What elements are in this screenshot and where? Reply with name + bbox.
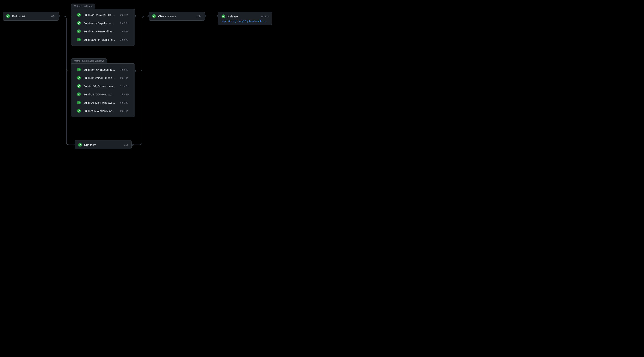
job-duration: 1m 54s bbox=[120, 30, 130, 33]
job-label: Build (AMD64-window... bbox=[84, 93, 119, 96]
success-icon bbox=[77, 109, 81, 113]
job-label: Build (arm64-macos-lat... bbox=[84, 68, 119, 71]
success-icon bbox=[77, 101, 81, 104]
success-icon bbox=[77, 84, 81, 88]
workflow-graph: Build sdist 47s Matrix: build-linux Buil… bbox=[0, 0, 275, 153]
job-label: Build (x86-windows-lat... bbox=[84, 109, 119, 113]
job-row[interactable]: Build (armv7-neon-linu... 1m 54s bbox=[72, 27, 135, 36]
success-icon bbox=[77, 13, 81, 17]
job-duration: 47s bbox=[51, 15, 55, 18]
success-icon bbox=[78, 143, 82, 147]
job-duration: 6m 44s bbox=[120, 77, 130, 79]
job-row[interactable]: Build (x86_64-bionic-lin... 1m 57s bbox=[72, 36, 135, 44]
job-duration: 21s bbox=[124, 143, 128, 146]
success-icon bbox=[77, 38, 81, 42]
job-row[interactable]: Build (AMD64-window... 14m 32s bbox=[72, 90, 135, 98]
matrix-body: Build (aarch64-rpi3-linu... 2m 12s Build… bbox=[72, 9, 135, 46]
job-label: Build (universal2-maco... bbox=[84, 76, 119, 80]
success-icon bbox=[152, 14, 156, 18]
job-label: Release bbox=[228, 15, 261, 18]
success-icon bbox=[77, 68, 81, 72]
matrix-build-macos-windows[interactable]: Matrix: build-macos-windows Build (arm64… bbox=[71, 63, 135, 117]
svg-point-9 bbox=[132, 144, 134, 146]
job-duration: 9m 25s bbox=[120, 101, 130, 104]
job-duration: 2m 12s bbox=[120, 14, 130, 16]
job-label: Build (armv6-rpi-linux-... bbox=[84, 22, 119, 25]
success-icon bbox=[77, 76, 81, 80]
job-duration: 11m 7s bbox=[120, 85, 130, 88]
job-label: Build (x86_64-macos-la... bbox=[84, 85, 119, 88]
success-icon bbox=[77, 21, 81, 25]
job-duration: 24s bbox=[197, 15, 201, 18]
job-check-release[interactable]: Check release 24s bbox=[149, 12, 205, 21]
job-label: Run tests bbox=[84, 143, 122, 146]
job-row[interactable]: Build (x86_64-macos-la... 11m 7s bbox=[72, 82, 135, 90]
job-label: Build sdist bbox=[12, 15, 49, 18]
job-duration: 1m 57s bbox=[120, 38, 130, 41]
job-row[interactable]: Build (aarch64-rpi3-linu... 2m 12s bbox=[72, 11, 135, 19]
release-link[interactable]: https://test.pypi.org/p/py-build-cmake-.… bbox=[222, 20, 269, 23]
matrix-body: Build (arm64-macos-lat... 7m 59s Build (… bbox=[72, 64, 135, 117]
job-duration: 14m 32s bbox=[120, 93, 130, 96]
job-run-tests[interactable]: Run tests 21s bbox=[74, 140, 132, 149]
job-duration: 7m 59s bbox=[120, 68, 130, 71]
matrix-tab: Matrix: build-linux bbox=[71, 4, 95, 9]
success-icon bbox=[222, 15, 225, 18]
success-icon bbox=[77, 30, 81, 33]
job-row[interactable]: Build (ARM64-windows... 9m 25s bbox=[72, 98, 135, 107]
job-label: Build (armv7-neon-linu... bbox=[84, 30, 119, 33]
job-build-sdist[interactable]: Build sdist 47s bbox=[2, 12, 59, 21]
success-icon bbox=[6, 14, 10, 18]
job-row[interactable]: Build (arm64-macos-lat... 7m 59s bbox=[72, 66, 135, 74]
job-row[interactable]: Build (x86-windows-lat... 8m 48s bbox=[72, 107, 135, 115]
job-duration: 8m 48s bbox=[120, 110, 130, 112]
success-icon bbox=[77, 92, 81, 96]
job-duration: 2m 20s bbox=[120, 22, 130, 25]
job-label: Build (ARM64-windows... bbox=[84, 101, 119, 104]
job-label: Build (aarch64-rpi3-linu... bbox=[84, 13, 119, 17]
job-row[interactable]: Build (universal2-maco... 6m 44s bbox=[72, 74, 135, 82]
matrix-tab: Matrix: build-macos-windows bbox=[71, 58, 107, 63]
job-duration: 3m 12s bbox=[261, 15, 269, 18]
job-label: Build (x86_64-bionic-lin... bbox=[84, 38, 119, 41]
job-label: Check release bbox=[158, 15, 195, 18]
job-row[interactable]: Build (armv6-rpi-linux-... 2m 20s bbox=[72, 19, 135, 27]
matrix-build-linux[interactable]: Matrix: build-linux Build (aarch64-rpi3-… bbox=[71, 9, 135, 46]
job-release[interactable]: Release 3m 12s https://test.pypi.org/p/p… bbox=[218, 12, 272, 25]
